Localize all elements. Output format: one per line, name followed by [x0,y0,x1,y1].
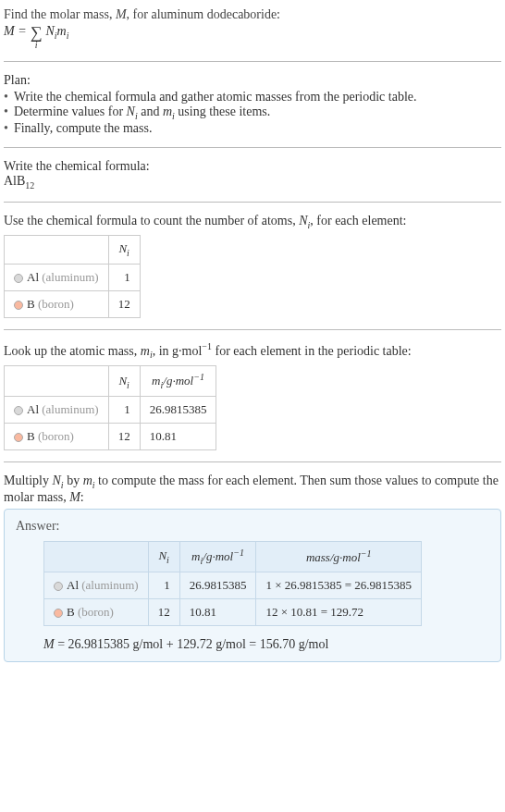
element-symbol: Al [27,270,39,284]
mass-header-text: mass/g·mol [306,550,361,564]
element-symbol: Al [67,578,79,592]
var-N: N [118,241,127,255]
var-M: M [69,490,80,504]
text-fragment: Use the chemical formula to count the nu… [4,214,299,228]
atom-count-table: Ni Al (aluminum) 1 B (boron) 12 [4,235,141,318]
element-symbol: B [27,429,35,443]
element-name: (boron) [38,297,74,311]
unit-text: /g·mol [203,549,233,563]
intro-text-post: , for aluminum dodecaboride: [127,7,280,21]
count-cell: 1 [108,264,140,290]
step-text: Multiply Ni by mi to compute the mass fo… [4,474,501,505]
var-m: m [163,105,172,118]
plan-section: Plan: • Write the chemical formula and g… [4,69,501,140]
table-header-empty [5,366,109,397]
var-m: m [152,375,160,388]
element-color-icon [54,609,63,618]
formula-subscript: 12 [25,180,34,191]
element-color-icon [14,301,23,310]
element-name: (aluminum) [81,578,138,592]
count-cell: 1 [108,397,140,424]
divider [4,461,501,462]
element-symbol: Al [27,402,39,416]
eq-rhs: Nimi [45,24,68,41]
intro-text-pre: Find the molar mass, [4,7,116,21]
var-m: m [191,549,200,563]
element-cell: B (boron) [5,290,109,317]
table-header-row: Ni [5,236,141,265]
superscript: −1 [233,547,244,558]
var-N: N [118,374,127,388]
superscript: −1 [361,548,372,559]
superscript: −1 [202,341,212,351]
answer-box: Answer: Ni mi/g·mol−1 mass/g·mol−1 Al (a… [4,509,501,662]
var-m: m [57,24,67,38]
table-row: Al (aluminum) 1 [5,264,141,290]
var-m: m [83,474,92,487]
text-fragment: Multiply [4,474,53,487]
molar-mass-equation: M = ∑ i Nimi [4,24,501,50]
mass-cell: 10.81 [179,599,256,626]
table-header-m: mi/g·mol−1 [179,542,256,572]
final-eq-text: = 26.9815385 g/mol + 129.72 g/mol = 156.… [55,637,329,651]
intro-line: Find the molar mass, M, for aluminum dod… [4,7,501,22]
var-N: N [53,474,61,487]
eq-M: M [4,24,15,38]
sigma-icon: ∑ [31,24,43,41]
element-symbol: B [27,297,35,311]
divider [4,202,501,203]
count-cell: 1 [148,572,179,599]
var-N: N [45,24,54,38]
element-name: (aluminum) [42,402,98,416]
element-cell: Al (aluminum) [44,572,149,599]
element-color-icon [14,433,23,442]
count-cell: 12 [108,290,140,317]
plan-text-fragment: using these items. [175,105,270,118]
plan-text-fragment: and [138,105,163,118]
plan-item: • Finally, compute the mass. [4,121,501,136]
table-header-row: Ni mi/g·mol−1 [5,366,216,397]
text-fragment: by [64,474,83,487]
table-header-N: Ni [108,366,140,397]
element-cell: Al (aluminum) [5,264,109,290]
final-equation: M = 26.9815385 g/mol + 129.72 g/mol = 15… [43,637,489,652]
chemical-formula-section: Write the chemical formula: AlB12 [4,155,501,194]
mass-cell: 26.9815385 [179,572,256,599]
element-color-icon [54,582,63,591]
mass-cell: 26.9815385 [140,397,216,424]
element-cell: B (boron) [44,599,149,626]
plan-title: Plan: [4,73,501,88]
mass-cell: 10.81 [140,424,216,450]
table-row: B (boron) 12 10.81 12 × 10.81 = 129.72 [44,599,422,626]
sub-i: i [166,555,169,565]
element-cell: Al (aluminum) [5,397,109,424]
table-header-m: mi/g·mol−1 [140,366,216,397]
step-title: Look up the atomic mass, mi, in g·mol−1 … [4,341,501,360]
text-fragment: Look up the atomic mass, [4,344,141,358]
divider [4,329,501,330]
calc-cell: 12 × 10.81 = 129.72 [256,599,422,626]
table-row: B (boron) 12 [5,290,141,317]
sub-i: i [127,248,129,258]
sum-index: i [35,41,38,50]
table-header-N: Ni [148,542,179,572]
plan-item: • Write the chemical formula and gather … [4,90,501,105]
var-m: m [141,344,150,358]
atomic-mass-section: Look up the atomic mass, mi, in g·mol−1 … [4,338,501,454]
var-N: N [299,214,307,228]
var-M: M [43,637,55,651]
element-color-icon [14,274,23,283]
sub-i-2: i [67,31,69,41]
divider [4,147,501,148]
sum-symbol: ∑ i [31,24,43,50]
var-M: M [116,7,127,21]
table-row: Al (aluminum) 1 26.9815385 [5,397,216,424]
plan-item-text: Write the chemical formula and gather at… [14,90,417,105]
bullet-icon: • [4,121,8,136]
text-fragment: : [80,490,84,504]
chemical-formula: AlB12 [4,174,34,191]
count-cell: 12 [148,599,179,626]
bullet-icon: • [4,90,8,105]
element-name: (boron) [38,429,74,443]
answer-content: Ni mi/g·mol−1 mass/g·mol−1 Al (aluminum)… [16,541,489,652]
